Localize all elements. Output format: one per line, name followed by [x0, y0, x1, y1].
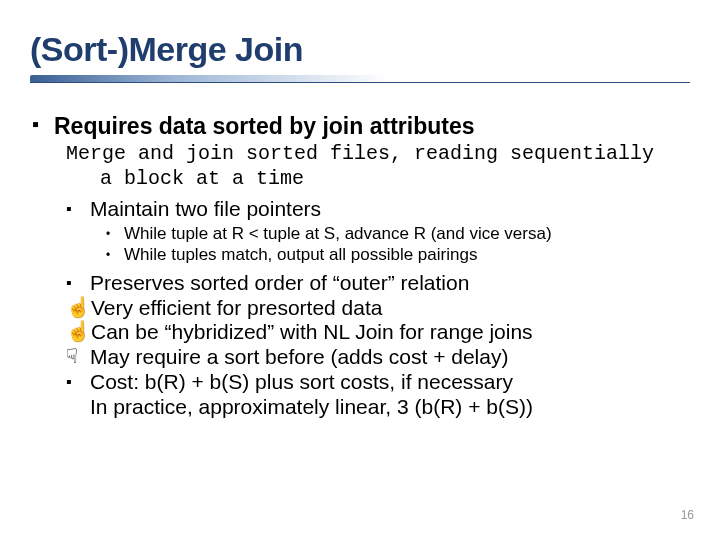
bullet-text: Very efficient for presorted data: [91, 296, 382, 321]
bullet-icon: •: [106, 245, 124, 262]
slide-content: ▪ Requires data sorted by join attribute…: [30, 113, 690, 419]
bullet-level2: ☟ May require a sort before (adds cost +…: [66, 345, 690, 370]
slide-title: (Sort-)Merge Join: [30, 30, 690, 69]
bullet-level3: • While tuples match, output all possibl…: [106, 245, 690, 265]
bullet-text: Requires data sorted by join attributes: [54, 113, 474, 140]
hand-up-icon: ☝: [66, 320, 91, 344]
bullet-level2: ▪ Maintain two file pointers: [66, 197, 690, 222]
title-rule: [30, 75, 690, 85]
bullet-icon: ▪: [66, 197, 90, 219]
bullet-text: Preserves sorted order of “outer” relati…: [90, 271, 469, 296]
bullet-level2: ☝ Very efficient for presorted data: [66, 296, 690, 321]
bullet-text: Can be “hybridized” with NL Join for ran…: [91, 320, 533, 345]
page-number: 16: [681, 508, 694, 522]
bullet-level3: • While tuple at R < tuple at S, advance…: [106, 224, 690, 244]
bullet-level1: ▪ Requires data sorted by join attribute…: [30, 113, 690, 140]
bullet-text: Maintain two file pointers: [90, 197, 321, 222]
bullet-level2: ▪ Cost: b(R) + b(S) plus sort costs, if …: [66, 370, 690, 395]
hand-down-icon: ☟: [66, 345, 90, 369]
bullet-icon: •: [106, 224, 124, 241]
bullet-level2: ☝ Can be “hybridized” with NL Join for r…: [66, 320, 690, 345]
slide: (Sort-)Merge Join ▪ Requires data sorted…: [0, 0, 720, 540]
hand-up-icon: ☝: [66, 296, 91, 320]
bullet-level2: ▪ Preserves sorted order of “outer” rela…: [66, 271, 690, 296]
monospace-block: Merge and join sorted files, reading seq…: [66, 142, 680, 191]
bullet-continuation: In practice, approximately linear, 3 (b(…: [90, 395, 690, 420]
bullet-text: While tuple at R < tuple at S, advance R…: [124, 224, 552, 244]
bullet-icon: ▪: [30, 113, 54, 137]
bullet-icon: ▪: [66, 370, 90, 392]
bullet-text: Cost: b(R) + b(S) plus sort costs, if ne…: [90, 370, 513, 395]
bullet-icon: ▪: [66, 271, 90, 293]
bullet-text: May require a sort before (adds cost + d…: [90, 345, 508, 370]
bullet-text: While tuples match, output all possible …: [124, 245, 477, 265]
mono-line: Merge and join sorted files, reading seq…: [66, 142, 680, 166]
mono-line: a block at a time: [66, 167, 680, 191]
